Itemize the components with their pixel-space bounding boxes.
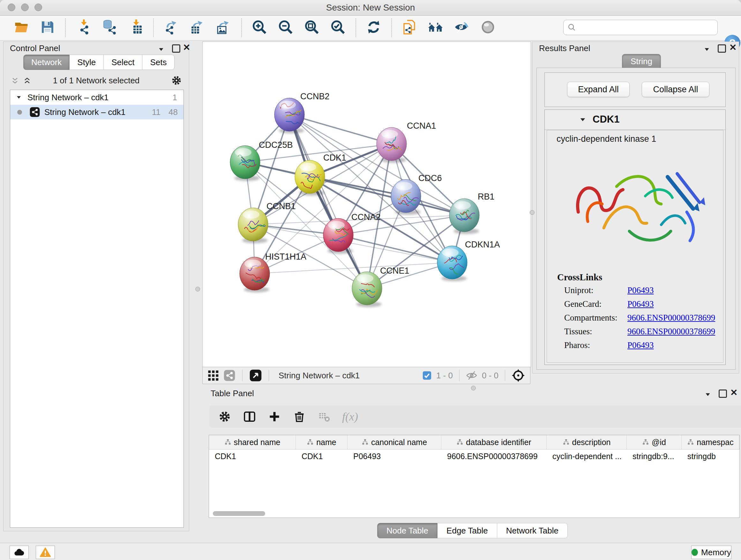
save-session-button[interactable] <box>39 19 57 37</box>
node-label-CDK1: CDK1 <box>323 153 346 163</box>
share-view-button[interactable] <box>224 370 235 381</box>
network-row[interactable]: String Network – cdk1 11 48 <box>10 105 184 119</box>
network-collection-row[interactable]: String Network – cdk1 1 <box>10 90 184 105</box>
column-header-canonical-name[interactable]: canonical name <box>347 435 441 449</box>
column-header-namespac[interactable]: namespac <box>682 435 739 449</box>
birdseye-view-button[interactable] <box>479 19 497 37</box>
table-mode-gear-button[interactable] <box>218 410 232 424</box>
import-network-from-database-button[interactable] <box>100 19 118 37</box>
network-options-gear-icon[interactable] <box>171 75 182 87</box>
left-splitter-grip[interactable] <box>195 287 200 292</box>
edge-CCNA2-CDKN1A[interactable] <box>338 235 452 262</box>
hide-graphics-details-button[interactable] <box>453 19 471 37</box>
import-network-from-database-icon <box>102 19 117 36</box>
column-header-shared-name[interactable]: shared name <box>209 435 296 449</box>
float-panel-icon[interactable] <box>172 44 180 53</box>
tab-style[interactable]: Style <box>70 55 104 70</box>
toolbar-separator <box>65 18 66 37</box>
grid-view-button[interactable] <box>208 370 219 381</box>
node-CDKN1A[interactable] <box>437 246 467 281</box>
node-CCNA1[interactable] <box>377 127 407 163</box>
refresh-layout-button[interactable] <box>365 19 383 37</box>
table-row[interactable]: CDK1CDK1P064939606.ENSP00000378699cyclin… <box>209 449 739 463</box>
network-canvas[interactable]: CCNB2CCNA1CDC25BCDK1CDC6RB1CCNB1CCNA2CDK… <box>202 42 531 367</box>
crosslink-row: Pharos:P06493 <box>564 340 590 354</box>
warnings-button[interactable] <box>36 546 55 559</box>
collection-expander-icon[interactable] <box>16 92 22 103</box>
open-session-button[interactable] <box>12 19 30 37</box>
horizontal-scrollbar[interactable] <box>213 511 265 516</box>
network-overview-button[interactable] <box>427 19 445 37</box>
edge-CCNB2-CCNA1[interactable] <box>289 115 392 144</box>
pharos-link[interactable]: P06493 <box>627 340 654 350</box>
panel-menu-icon[interactable] <box>158 46 164 54</box>
genecard-link[interactable]: P06493 <box>627 299 654 309</box>
node-CCNB1[interactable] <box>238 208 268 243</box>
column-header--id[interactable]: @id <box>627 435 682 449</box>
export-image-button[interactable] <box>215 19 232 37</box>
tissues-link[interactable]: 9606.ENSP00000378699 <box>627 327 715 336</box>
zoom-out-button[interactable] <box>277 19 294 37</box>
panel-menu-icon[interactable] <box>704 391 711 399</box>
new-network-document-button[interactable] <box>401 19 418 37</box>
column-header-description[interactable]: description <box>547 435 627 449</box>
expand-all-button[interactable]: Expand All <box>567 82 630 97</box>
zoom-in-button[interactable] <box>251 19 268 37</box>
delete-table-button <box>317 410 331 424</box>
network-overview-icon <box>428 19 443 36</box>
zoom-fit-content-button[interactable] <box>303 19 321 37</box>
collapse-all-button[interactable]: Collapse All <box>642 82 710 97</box>
show-columns-button[interactable] <box>243 410 257 424</box>
uniprot-link[interactable]: P06493 <box>627 286 654 295</box>
close-panel-icon[interactable]: ✕ <box>183 44 190 51</box>
panel-menu-icon[interactable] <box>704 46 710 54</box>
import-table-from-file-button[interactable] <box>127 19 145 37</box>
memory-button[interactable]: Memory <box>691 546 731 559</box>
column-label: database identifier <box>466 438 531 447</box>
search-input[interactable] <box>579 21 714 34</box>
tab-node-table[interactable]: Node Table <box>377 523 437 538</box>
column-header-name[interactable]: name <box>296 435 347 449</box>
pharos-label: Pharos: <box>564 340 590 350</box>
node-HIST1H1A[interactable] <box>240 257 270 293</box>
node-CDC25B[interactable] <box>230 145 260 181</box>
export-table-button[interactable] <box>189 19 206 37</box>
float-panel-icon[interactable] <box>719 389 727 398</box>
export-network-button[interactable] <box>162 19 180 37</box>
close-panel-icon[interactable]: ✕ <box>729 44 737 51</box>
tab-network[interactable]: Network <box>23 55 70 70</box>
tab-edge-table[interactable]: Edge Table <box>437 523 497 538</box>
float-panel-icon[interactable] <box>718 44 726 53</box>
zoom-selected-button[interactable] <box>329 19 347 37</box>
cloud-status-button[interactable] <box>10 546 29 559</box>
node-RB1[interactable] <box>449 199 479 234</box>
add-column-button[interactable] <box>267 410 281 424</box>
import-table-from-file-icon <box>128 19 143 36</box>
hidden-eye-icon[interactable] <box>466 370 477 381</box>
center-view-button[interactable] <box>512 369 525 382</box>
network-status-dot <box>17 110 22 115</box>
node-CDC6[interactable] <box>391 179 421 215</box>
hidden-count: 0 - 0 <box>482 371 498 381</box>
node-CCNE1[interactable] <box>352 272 382 307</box>
node-details-section: CDK1 cyclin-dependent kinase 1 <box>544 110 726 365</box>
node-CCNB2[interactable] <box>274 98 305 133</box>
import-network-from-file-button[interactable] <box>74 19 92 37</box>
selected-checkbox-icon[interactable] <box>422 371 432 380</box>
memory-label: Memory <box>701 548 731 557</box>
node-details-header[interactable]: CDK1 <box>545 110 725 130</box>
tab-select[interactable]: Select <box>104 55 142 70</box>
column-header-database-identifier[interactable]: database identifier <box>441 435 547 449</box>
compartments-link[interactable]: 9606.ENSP00000378699 <box>627 313 715 323</box>
close-panel-icon[interactable]: ✕ <box>730 389 738 396</box>
bottom-splitter-grip[interactable] <box>471 386 476 390</box>
right-splitter-grip[interactable] <box>530 210 535 215</box>
tab-string[interactable]: String <box>622 54 661 69</box>
tab-sets[interactable]: Sets <box>142 55 175 70</box>
detach-view-button[interactable] <box>250 369 262 381</box>
node-label-CCNB1: CCNB1 <box>266 201 296 211</box>
section-expander-icon[interactable] <box>579 116 586 125</box>
delete-column-button[interactable] <box>292 410 307 424</box>
edge-CCNB2-CCNE1[interactable] <box>289 115 367 288</box>
tab-network-table[interactable]: Network Table <box>497 523 568 538</box>
